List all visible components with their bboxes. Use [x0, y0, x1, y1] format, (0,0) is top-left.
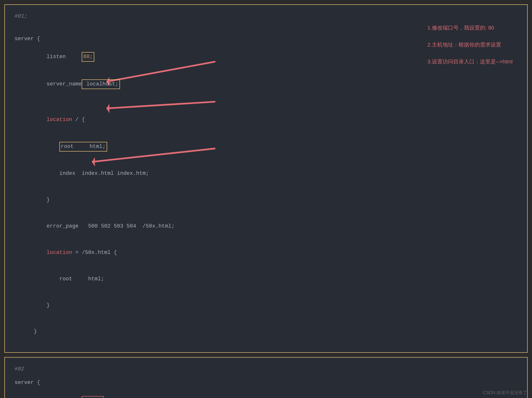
root-value-box: root html; — [59, 142, 107, 152]
panel1-server-close: } — [15, 319, 517, 345]
panel1-server-name: server_name localhost; — [15, 71, 517, 98]
watermark: CSDN @戾不混没有了 — [483, 390, 527, 396]
panel1-comment: #01; — [15, 12, 517, 21]
panel1-location-eq: location = /50x.html { — [15, 239, 517, 266]
panel1-root: root html; — [15, 133, 517, 161]
panel2-listen: listen 9090; — [15, 387, 517, 398]
annotation-2: 2.主机地址：根据你的需求设置 — [428, 41, 513, 48]
annotation-3: 3.设置访问目录入口：这里是-->html — [428, 58, 513, 65]
panel2-server-open: server { — [15, 378, 517, 387]
panel1-root2: root html; — [15, 266, 517, 292]
panel2-comment: #02 — [15, 365, 517, 374]
code-panel-2: #02 server { listen 9090; server_name lo… — [4, 357, 528, 398]
panel1-location-open: location / { — [15, 107, 517, 133]
server-name-value-box: localhost; — [82, 79, 120, 89]
annotation-1: 1.修改端口号，我设置的: 80 — [428, 24, 513, 31]
panel1-blank2 — [15, 98, 517, 107]
panel1-close-inner2: } — [15, 292, 517, 319]
main-container: #01; server { listen 80; server_name loc… — [0, 0, 532, 398]
code-panel-1: #01; server { listen 80; server_name loc… — [4, 4, 528, 353]
listen2-value-box: 9090; — [82, 396, 104, 398]
panel1-annotations: 1.修改端口号，我设置的: 80 2.主机地址：根据你的需求设置 3.设置访问目… — [428, 24, 513, 65]
panel1-error-page: error_page 500 502 503 504 /50x.html; — [15, 213, 517, 240]
listen-value-box: 80; — [82, 52, 94, 62]
panel1-index: index index.html index.htm; — [15, 161, 517, 187]
panel1-close-inner: } — [15, 187, 517, 213]
